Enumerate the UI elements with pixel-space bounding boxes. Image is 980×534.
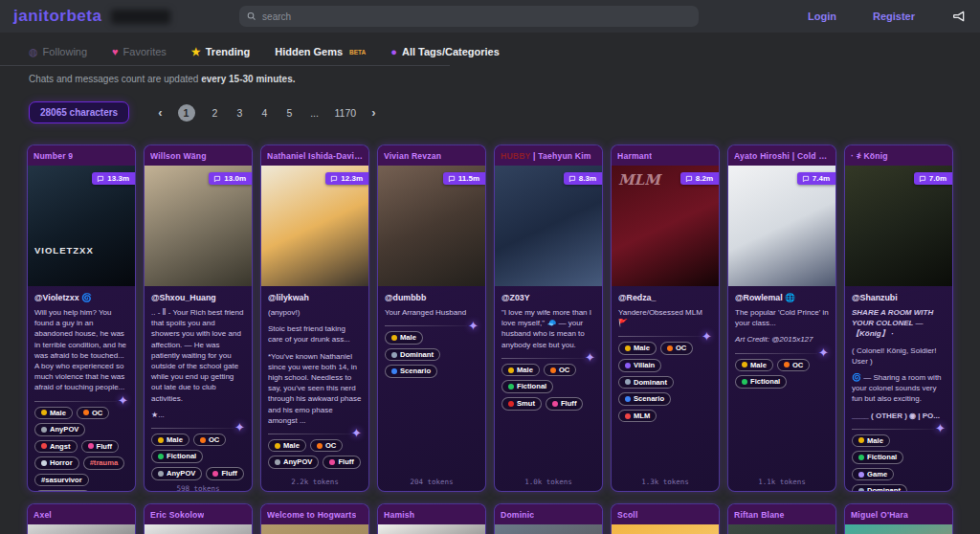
tag-anypov[interactable]: AnyPOV	[268, 456, 319, 469]
card-username[interactable]: @Shanzubi	[852, 293, 946, 302]
tag-fluff[interactable]: Fluff	[546, 397, 583, 411]
hashtag-tag[interactable]: #trauma	[83, 456, 125, 470]
tab-trending[interactable]: ★ Trending	[191, 46, 250, 57]
villain-icon	[625, 363, 631, 368]
next-page-button[interactable]: ›	[371, 105, 375, 120]
search-bar[interactable]	[239, 6, 699, 27]
character-card[interactable]: Eric Sokolow	[144, 503, 253, 534]
card-username[interactable]: @Rowlemal 🌐	[735, 293, 829, 302]
tag-dominant[interactable]: Dominant	[385, 348, 440, 362]
tag-fictional[interactable]: Fictional	[735, 375, 787, 389]
register-link[interactable]: Register	[873, 11, 915, 22]
tag-male[interactable]: Male	[618, 342, 657, 355]
tag-male[interactable]: Male	[268, 439, 306, 453]
card-body: @Redza_ Yandere/Obsessed MLM 🚩 ✦ MaleOCV…	[612, 286, 719, 491]
tag-dominant[interactable]: Dominant	[852, 484, 907, 491]
page-button-5[interactable]: 5	[285, 107, 295, 119]
tag-angst[interactable]: Angst	[34, 440, 78, 454]
character-card[interactable]: · ҂ König 7.0m @Shanzubi SHARE A ROOM WI…	[844, 145, 953, 492]
tag-male[interactable]: Male	[501, 364, 540, 377]
chat-count-badge: 11.5m	[443, 172, 485, 185]
tag-fluff[interactable]: Fluff	[81, 440, 119, 454]
page-button-1[interactable]: 1	[178, 104, 195, 122]
tag-fictional[interactable]: Fictional	[852, 451, 903, 464]
character-count-badge[interactable]: 28065 characters	[29, 101, 129, 123]
card-username[interactable]: @dumbbb	[385, 293, 479, 302]
anypov-icon	[275, 459, 280, 465]
card-header: Number 9	[28, 145, 135, 166]
tag-game[interactable]: Game	[852, 468, 894, 481]
tab-following[interactable]: ◍ Following	[29, 46, 87, 57]
tab-all-tags[interactable]: ● All Tags/Categories	[390, 46, 500, 57]
tag-dominant[interactable]: Dominant	[618, 376, 674, 389]
tag-male[interactable]: Male	[34, 407, 73, 420]
page-button-4[interactable]: 4	[260, 107, 270, 119]
tag-mlm[interactable]: MLM	[618, 410, 657, 423]
tag-fluff[interactable]: Fluff	[206, 467, 243, 480]
character-card[interactable]: Hamish	[377, 503, 486, 534]
card-header: Willson Wäng	[145, 145, 252, 166]
app-logo[interactable]: janitorbeta	[13, 7, 101, 26]
character-card[interactable]: Ayato Hiroshi | Cold Prin... 7.4m @Rowle…	[727, 145, 836, 492]
character-card[interactable]: Riftan Blane	[727, 503, 836, 534]
character-card[interactable]: Willson Wäng 13.0m @Shxou_Huang .. - Ⅱ -…	[144, 145, 253, 492]
card-description: Yandere/Obsessed MLM 🚩	[618, 307, 712, 334]
tag-fictional[interactable]: Fictional	[151, 450, 203, 463]
character-image	[495, 524, 602, 534]
tag-male[interactable]: Male	[735, 359, 773, 372]
card-username[interactable]: @Z03Y	[501, 293, 595, 302]
prev-page-button[interactable]: ‹	[158, 105, 162, 120]
card-username[interactable]: @lilykwah	[268, 293, 362, 302]
character-card[interactable]: Harmant MLM 8.2m @Redza_ Yandere/Obsesse…	[611, 145, 720, 492]
tag-male[interactable]: Male	[385, 331, 423, 345]
card-header: Dominic	[495, 504, 602, 524]
tag-scenario[interactable]: Scenario	[618, 392, 671, 406]
tag-oc[interactable]: OC	[544, 364, 576, 377]
page-button-3[interactable]: 3	[235, 107, 245, 119]
tag-oc[interactable]: OC	[660, 342, 693, 355]
star-icon: ★	[191, 47, 201, 57]
card-title: Willson Wäng	[150, 151, 207, 161]
card-username[interactable]: @Violetzxx 🌀	[34, 293, 128, 302]
divider: ✦	[268, 434, 362, 434]
card-username[interactable]: @Redza_	[618, 293, 712, 302]
tag-oc[interactable]: OC	[193, 434, 226, 447]
tag-male[interactable]: Male	[151, 434, 189, 447]
search-input[interactable]	[262, 11, 691, 22]
tab-hidden-gems[interactable]: Hidden Gems BETA	[275, 46, 366, 57]
character-card[interactable]: Vivian Revzan 11.5m @dumbbb Your Arrange…	[377, 145, 486, 492]
page-button-2[interactable]: 2	[211, 107, 220, 119]
card-tags: MaleOCFictionalAnyPOVFluff	[151, 434, 245, 480]
fluff-heart-icon	[329, 459, 335, 465]
tag-villain[interactable]: Villain	[618, 359, 661, 372]
page-button-1170[interactable]: 1170	[335, 107, 357, 119]
tag-smut[interactable]: Smut	[501, 397, 542, 411]
tag-fictional[interactable]: Fictional	[501, 380, 553, 393]
tag-anypov[interactable]: AnyPOV	[34, 423, 85, 436]
hashtag-tag[interactable]: #sasurvivor	[34, 474, 89, 487]
character-card[interactable]: Axel	[27, 503, 136, 534]
character-card[interactable]: Dominic	[494, 503, 603, 534]
character-card[interactable]: Number 9 VIOLETZXX 13.3m @Violetzxx 🌀 Wi…	[27, 145, 136, 492]
tag-oc[interactable]: OC	[310, 439, 343, 453]
hashtag-tag[interactable]: #depression	[34, 490, 91, 491]
character-card[interactable]: Scoll	[611, 503, 720, 534]
card-username[interactable]: @Shxou_Huang	[151, 293, 245, 302]
character-card[interactable]: HUBBY | Taehyun Kim 8.3m @Z03Y "I love m…	[494, 145, 603, 492]
card-header: Welcome to Hogwarts	[261, 504, 368, 524]
tag-scenario[interactable]: Scenario	[385, 365, 437, 378]
login-link[interactable]: Login	[808, 11, 836, 22]
character-card[interactable]: Miguel O'Hara	[844, 503, 953, 534]
announcement-icon[interactable]	[951, 9, 967, 24]
tag-horror[interactable]: Horror	[34, 456, 79, 470]
tag-oc[interactable]: OC	[77, 407, 109, 420]
tag-fluff[interactable]: Fluff	[323, 456, 360, 469]
tab-favorites[interactable]: ♥ Favorites	[112, 46, 167, 57]
chat-icon	[919, 175, 926, 183]
dominant-icon	[391, 352, 397, 358]
character-card[interactable]: Welcome to Hogwarts	[260, 503, 369, 534]
tag-male[interactable]: Male	[852, 434, 890, 448]
tag-anypov[interactable]: AnyPOV	[151, 467, 202, 480]
tag-oc[interactable]: OC	[777, 359, 810, 372]
character-card[interactable]: Nathaniel Ishida-Davis ... 12.3m @lilykw…	[260, 145, 369, 492]
